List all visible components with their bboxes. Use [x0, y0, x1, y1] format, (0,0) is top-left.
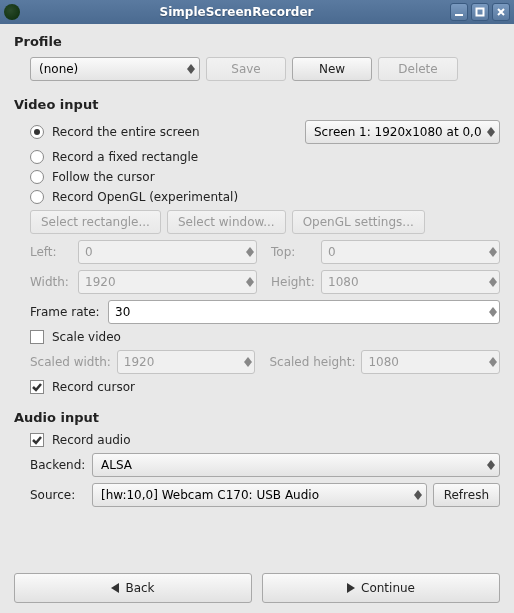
profile-select[interactable]: (none) [30, 57, 200, 81]
radio-icon [30, 190, 44, 204]
content: Profile (none) Save New Delete Video inp… [0, 24, 514, 613]
radio-icon [30, 150, 44, 164]
new-button[interactable]: New [292, 57, 372, 81]
opengl-settings-button: OpenGL settings... [292, 210, 425, 234]
backend-label: Backend: [30, 458, 86, 472]
svg-rect-0 [477, 9, 484, 16]
height-value: 1080 [328, 275, 485, 289]
radio-label: Record the entire screen [52, 125, 200, 139]
updown-icon [187, 64, 195, 74]
select-window-button: Select window... [167, 210, 286, 234]
left-spin: 0 [78, 240, 257, 264]
source-select[interactable]: [hw:10,0] Webcam C170: USB Audio [92, 483, 427, 507]
width-label: Width: [30, 275, 72, 289]
updown-icon [244, 357, 252, 367]
scaled-height-spin: 1080 [361, 350, 500, 374]
top-label: Top: [271, 245, 315, 259]
screen-select[interactable]: Screen 1: 1920x1080 at 0,0 [305, 120, 500, 144]
source-label: Source: [30, 488, 86, 502]
check-label: Record audio [52, 433, 131, 447]
updown-icon [489, 357, 497, 367]
height-label: Height: [271, 275, 315, 289]
arrow-right-icon [347, 583, 355, 593]
record-cursor-check[interactable]: Record cursor [30, 380, 135, 394]
screen-value: Screen 1: 1920x1080 at 0,0 [314, 125, 483, 139]
select-rectangle-button: Select rectangle... [30, 210, 161, 234]
check-label: Scale video [52, 330, 121, 344]
height-spin: 1080 [321, 270, 500, 294]
updown-icon [489, 277, 497, 287]
check-label: Record cursor [52, 380, 135, 394]
framerate-spin[interactable]: 30 [108, 300, 500, 324]
radio-opengl[interactable]: Record OpenGL (experimental) [30, 190, 238, 204]
scaled-height-value: 1080 [368, 355, 485, 369]
updown-icon [487, 127, 495, 137]
radio-icon [30, 125, 44, 139]
app-icon [4, 4, 20, 20]
width-value: 1920 [85, 275, 242, 289]
updown-icon [246, 247, 254, 257]
scaled-width-spin: 1920 [117, 350, 256, 374]
radio-label: Record a fixed rectangle [52, 150, 198, 164]
checkbox-icon [30, 330, 44, 344]
scaled-height-label: Scaled height: [269, 355, 355, 369]
backend-value: ALSA [101, 458, 483, 472]
back-label: Back [125, 581, 154, 595]
updown-icon [414, 490, 422, 500]
top-value: 0 [328, 245, 485, 259]
audio-heading: Audio input [14, 410, 500, 425]
save-button: Save [206, 57, 286, 81]
titlebar: SimpleScreenRecorder [0, 0, 514, 24]
arrow-left-icon [111, 583, 119, 593]
scaled-width-value: 1920 [124, 355, 241, 369]
left-value: 0 [85, 245, 242, 259]
back-button[interactable]: Back [14, 573, 252, 603]
maximize-button[interactable] [471, 3, 489, 21]
updown-icon [489, 307, 497, 317]
continue-label: Continue [361, 581, 415, 595]
radio-follow-cursor[interactable]: Follow the cursor [30, 170, 155, 184]
backend-select[interactable]: ALSA [92, 453, 500, 477]
top-spin: 0 [321, 240, 500, 264]
width-spin: 1920 [78, 270, 257, 294]
video-heading: Video input [14, 97, 500, 112]
radio-label: Follow the cursor [52, 170, 155, 184]
radio-icon [30, 170, 44, 184]
profile-value: (none) [39, 62, 183, 76]
updown-icon [487, 460, 495, 470]
delete-button: Delete [378, 57, 458, 81]
close-button[interactable] [492, 3, 510, 21]
profile-heading: Profile [14, 34, 500, 49]
scaled-width-label: Scaled width: [30, 355, 111, 369]
left-label: Left: [30, 245, 72, 259]
radio-entire-screen[interactable]: Record the entire screen [30, 125, 200, 139]
minimize-button[interactable] [450, 3, 468, 21]
framerate-value: 30 [115, 305, 485, 319]
scale-video-check[interactable]: Scale video [30, 330, 121, 344]
checkbox-icon [30, 433, 44, 447]
updown-icon [489, 247, 497, 257]
framerate-label: Frame rate: [30, 305, 102, 319]
record-audio-check[interactable]: Record audio [30, 433, 131, 447]
window-title: SimpleScreenRecorder [26, 5, 447, 19]
refresh-button[interactable]: Refresh [433, 483, 500, 507]
radio-label: Record OpenGL (experimental) [52, 190, 238, 204]
checkbox-icon [30, 380, 44, 394]
continue-button[interactable]: Continue [262, 573, 500, 603]
source-value: [hw:10,0] Webcam C170: USB Audio [101, 488, 410, 502]
updown-icon [246, 277, 254, 287]
radio-fixed-rect[interactable]: Record a fixed rectangle [30, 150, 198, 164]
